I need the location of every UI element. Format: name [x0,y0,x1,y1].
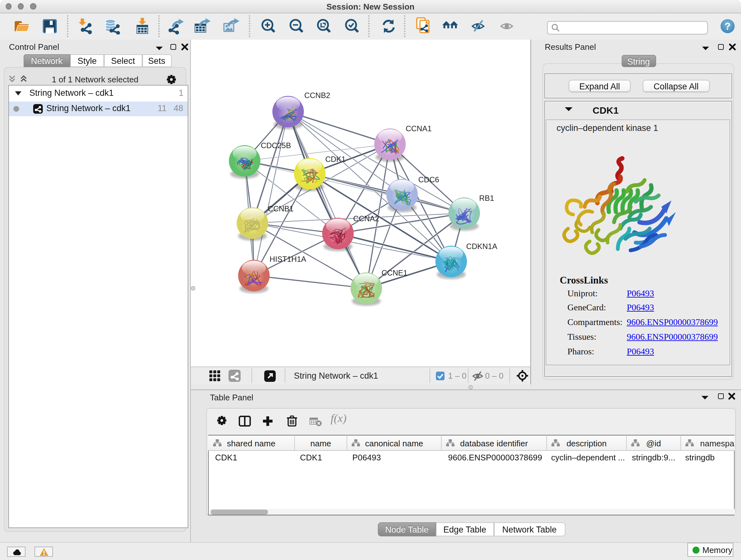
svg-text:CDC25B: CDC25B [261,141,291,150]
svg-text:HIST1H1A: HIST1H1A [270,255,307,263]
svg-text:RB1: RB1 [479,194,494,202]
svg-text:?: ? [724,20,731,32]
svg-text:CDKN1A: CDKN1A [466,242,497,251]
svg-text:CCNB1: CCNB1 [268,204,293,213]
svg-text:CCNE1: CCNE1 [382,268,408,277]
svg-text:CCNA2: CCNA2 [353,214,379,223]
svg-text:CDC6: CDC6 [418,175,439,184]
svg-text:CCNA1: CCNA1 [406,124,431,133]
svg-text:CDK1: CDK1 [325,155,346,164]
svg-text:CCNB2: CCNB2 [304,91,330,100]
